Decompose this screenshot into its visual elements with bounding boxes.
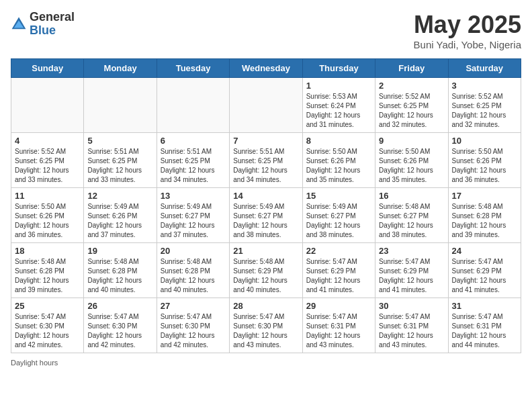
- day-info: Sunrise: 5:51 AM Sunset: 6:25 PM Dayligh…: [87, 147, 152, 185]
- calendar-cell: 5Sunrise: 5:51 AM Sunset: 6:25 PM Daylig…: [84, 133, 157, 188]
- day-number: 28: [233, 301, 298, 311]
- day-number: 5: [87, 136, 152, 146]
- day-number: 25: [15, 301, 80, 311]
- calendar-cell: 19Sunrise: 5:48 AM Sunset: 6:28 PM Dayli…: [84, 243, 157, 298]
- calendar-cell: [11, 78, 84, 133]
- weekday-header: Wednesday: [230, 59, 302, 78]
- day-info: Sunrise: 5:48 AM Sunset: 6:28 PM Dayligh…: [452, 202, 517, 240]
- day-number: 1: [306, 81, 371, 91]
- day-info: Sunrise: 5:49 AM Sunset: 6:27 PM Dayligh…: [306, 202, 371, 240]
- calendar-cell: 30Sunrise: 5:47 AM Sunset: 6:31 PM Dayli…: [375, 298, 448, 353]
- day-number: 2: [379, 81, 444, 91]
- calendar-cell: 20Sunrise: 5:48 AM Sunset: 6:28 PM Dayli…: [157, 243, 229, 298]
- calendar-week-row: 1Sunrise: 5:53 AM Sunset: 6:24 PM Daylig…: [11, 78, 521, 133]
- day-number: 20: [161, 246, 226, 256]
- calendar-cell: 3Sunrise: 5:52 AM Sunset: 6:25 PM Daylig…: [448, 78, 521, 133]
- day-number: 6: [161, 136, 226, 146]
- calendar-week-row: 11Sunrise: 5:50 AM Sunset: 6:26 PM Dayli…: [11, 188, 521, 243]
- day-info: Sunrise: 5:47 AM Sunset: 6:30 PM Dayligh…: [87, 312, 152, 350]
- logo: General Blue: [11, 11, 75, 38]
- day-info: Sunrise: 5:47 AM Sunset: 6:29 PM Dayligh…: [306, 257, 371, 295]
- header: General Blue May 2025 Buni Yadi, Yobe, N…: [11, 11, 521, 50]
- logo-text: General Blue: [30, 11, 75, 38]
- calendar-cell: 18Sunrise: 5:48 AM Sunset: 6:28 PM Dayli…: [11, 243, 84, 298]
- day-info: Sunrise: 5:47 AM Sunset: 6:31 PM Dayligh…: [452, 312, 517, 350]
- day-number: 10: [452, 136, 517, 146]
- logo-blue-text: Blue: [30, 24, 75, 38]
- day-number: 3: [452, 81, 517, 91]
- calendar-cell: 15Sunrise: 5:49 AM Sunset: 6:27 PM Dayli…: [302, 188, 375, 243]
- weekday-header: Sunday: [11, 59, 84, 78]
- title-area: May 2025 Buni Yadi, Yobe, Nigeria: [414, 11, 521, 50]
- weekday-header: Tuesday: [157, 59, 229, 78]
- day-info: Sunrise: 5:51 AM Sunset: 6:25 PM Dayligh…: [233, 147, 298, 185]
- day-info: Sunrise: 5:50 AM Sunset: 6:26 PM Dayligh…: [452, 147, 517, 185]
- calendar-week-row: 25Sunrise: 5:47 AM Sunset: 6:30 PM Dayli…: [11, 298, 521, 353]
- calendar-cell: 11Sunrise: 5:50 AM Sunset: 6:26 PM Dayli…: [11, 188, 84, 243]
- day-info: Sunrise: 5:52 AM Sunset: 6:25 PM Dayligh…: [15, 147, 80, 185]
- day-number: 18: [15, 246, 80, 256]
- calendar-cell: 7Sunrise: 5:51 AM Sunset: 6:25 PM Daylig…: [230, 133, 302, 188]
- calendar-cell: 9Sunrise: 5:50 AM Sunset: 6:26 PM Daylig…: [375, 133, 448, 188]
- calendar-cell: 21Sunrise: 5:48 AM Sunset: 6:29 PM Dayli…: [230, 243, 302, 298]
- calendar-cell: 4Sunrise: 5:52 AM Sunset: 6:25 PM Daylig…: [11, 133, 84, 188]
- day-info: Sunrise: 5:48 AM Sunset: 6:29 PM Dayligh…: [233, 257, 298, 295]
- calendar-cell: 31Sunrise: 5:47 AM Sunset: 6:31 PM Dayli…: [448, 298, 521, 353]
- day-number: 21: [233, 246, 298, 256]
- day-number: 11: [15, 191, 80, 201]
- location-title: Buni Yadi, Yobe, Nigeria: [414, 39, 521, 50]
- day-info: Sunrise: 5:47 AM Sunset: 6:29 PM Dayligh…: [452, 257, 517, 295]
- calendar-cell: 16Sunrise: 5:48 AM Sunset: 6:27 PM Dayli…: [375, 188, 448, 243]
- calendar-cell: 10Sunrise: 5:50 AM Sunset: 6:26 PM Dayli…: [448, 133, 521, 188]
- calendar-week-row: 18Sunrise: 5:48 AM Sunset: 6:28 PM Dayli…: [11, 243, 521, 298]
- calendar-cell: [157, 78, 229, 133]
- calendar-cell: 2Sunrise: 5:52 AM Sunset: 6:25 PM Daylig…: [375, 78, 448, 133]
- calendar-cell: [84, 78, 157, 133]
- calendar-table: SundayMondayTuesdayWednesdayThursdayFrid…: [11, 58, 521, 353]
- footer-note: Daylight hours: [11, 359, 521, 367]
- calendar-cell: 1Sunrise: 5:53 AM Sunset: 6:24 PM Daylig…: [302, 78, 375, 133]
- calendar-cell: 28Sunrise: 5:47 AM Sunset: 6:30 PM Dayli…: [230, 298, 302, 353]
- weekday-header: Saturday: [448, 59, 521, 78]
- day-number: 7: [233, 136, 298, 146]
- weekday-header: Thursday: [302, 59, 375, 78]
- calendar-cell: 29Sunrise: 5:47 AM Sunset: 6:31 PM Dayli…: [302, 298, 375, 353]
- day-info: Sunrise: 5:47 AM Sunset: 6:30 PM Dayligh…: [15, 312, 80, 350]
- calendar-cell: 22Sunrise: 5:47 AM Sunset: 6:29 PM Dayli…: [302, 243, 375, 298]
- calendar-week-row: 4Sunrise: 5:52 AM Sunset: 6:25 PM Daylig…: [11, 133, 521, 188]
- day-number: 24: [452, 246, 517, 256]
- day-info: Sunrise: 5:47 AM Sunset: 6:30 PM Dayligh…: [233, 312, 298, 350]
- day-info: Sunrise: 5:48 AM Sunset: 6:27 PM Dayligh…: [379, 202, 444, 240]
- month-title: May 2025: [414, 11, 521, 39]
- day-number: 29: [306, 301, 371, 311]
- day-number: 16: [379, 191, 444, 201]
- day-info: Sunrise: 5:47 AM Sunset: 6:29 PM Dayligh…: [379, 257, 444, 295]
- weekday-header: Friday: [375, 59, 448, 78]
- day-number: 15: [306, 191, 371, 201]
- day-info: Sunrise: 5:49 AM Sunset: 6:27 PM Dayligh…: [161, 202, 226, 240]
- calendar-cell: 27Sunrise: 5:47 AM Sunset: 6:30 PM Dayli…: [157, 298, 229, 353]
- logo-general-text: General: [30, 11, 75, 24]
- weekday-header-row: SundayMondayTuesdayWednesdayThursdayFrid…: [11, 59, 521, 78]
- calendar-cell: 26Sunrise: 5:47 AM Sunset: 6:30 PM Dayli…: [84, 298, 157, 353]
- day-number: 9: [379, 136, 444, 146]
- day-number: 13: [161, 191, 226, 201]
- calendar-cell: 6Sunrise: 5:51 AM Sunset: 6:25 PM Daylig…: [157, 133, 229, 188]
- day-number: 19: [87, 246, 152, 256]
- day-info: Sunrise: 5:47 AM Sunset: 6:30 PM Dayligh…: [161, 312, 226, 350]
- calendar-cell: 14Sunrise: 5:49 AM Sunset: 6:27 PM Dayli…: [230, 188, 302, 243]
- day-info: Sunrise: 5:51 AM Sunset: 6:25 PM Dayligh…: [161, 147, 226, 185]
- day-info: Sunrise: 5:52 AM Sunset: 6:25 PM Dayligh…: [452, 92, 517, 130]
- day-info: Sunrise: 5:47 AM Sunset: 6:31 PM Dayligh…: [306, 312, 371, 350]
- day-number: 27: [161, 301, 226, 311]
- day-info: Sunrise: 5:48 AM Sunset: 6:28 PM Dayligh…: [15, 257, 80, 295]
- calendar-cell: [230, 78, 302, 133]
- calendar-cell: 24Sunrise: 5:47 AM Sunset: 6:29 PM Dayli…: [448, 243, 521, 298]
- day-info: Sunrise: 5:50 AM Sunset: 6:26 PM Dayligh…: [306, 147, 371, 185]
- day-number: 31: [452, 301, 517, 311]
- day-number: 22: [306, 246, 371, 256]
- calendar-cell: 25Sunrise: 5:47 AM Sunset: 6:30 PM Dayli…: [11, 298, 84, 353]
- day-number: 23: [379, 246, 444, 256]
- weekday-header: Monday: [84, 59, 157, 78]
- day-info: Sunrise: 5:47 AM Sunset: 6:31 PM Dayligh…: [379, 312, 444, 350]
